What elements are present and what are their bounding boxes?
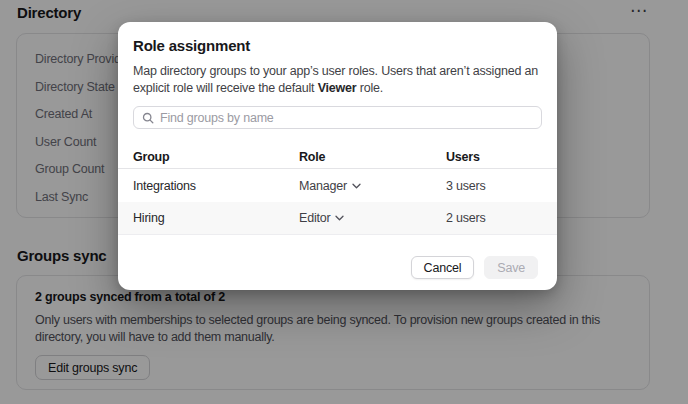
user-count: 3 users <box>446 179 542 193</box>
modal-title: Role assignment <box>133 37 542 54</box>
role-dropdown-hiring[interactable]: Editor <box>299 211 344 225</box>
chevron-down-icon <box>335 215 344 221</box>
column-header-users: Users <box>446 150 542 164</box>
table-header-row: Group Role Users <box>118 146 557 169</box>
role-dropdown-value: Editor <box>299 211 330 225</box>
screen: Directory ⋯ Directory Provider Directory… <box>0 0 688 404</box>
group-name: Hiring <box>133 211 299 225</box>
table-row-integrations: Integrations Manager 3 users <box>118 169 557 202</box>
search-icon <box>142 112 154 124</box>
modal-description: Map directory groups to your app’s user … <box>133 63 539 97</box>
role-dropdown-integrations[interactable]: Manager <box>299 179 361 193</box>
column-header-group: Group <box>133 150 299 164</box>
default-role-name: Viewer <box>318 81 357 95</box>
role-dropdown-value: Manager <box>299 179 347 193</box>
save-button[interactable]: Save <box>484 256 538 279</box>
role-assignment-modal: Role assignment Map directory groups to … <box>118 22 557 290</box>
search-input[interactable] <box>160 111 533 125</box>
table-row-hiring: Hiring Editor 2 users <box>118 202 557 235</box>
chevron-down-icon <box>352 183 361 189</box>
group-role-table: Group Role Users Integrations Manager <box>118 146 557 235</box>
group-name: Integrations <box>133 179 299 193</box>
modal-description-tail: role. <box>357 81 384 95</box>
cancel-button[interactable]: Cancel <box>411 256 475 279</box>
user-count: 2 users <box>446 211 542 225</box>
modal-footer: Cancel Save <box>411 256 538 279</box>
group-search-box <box>133 106 542 129</box>
column-header-role: Role <box>299 150 446 164</box>
